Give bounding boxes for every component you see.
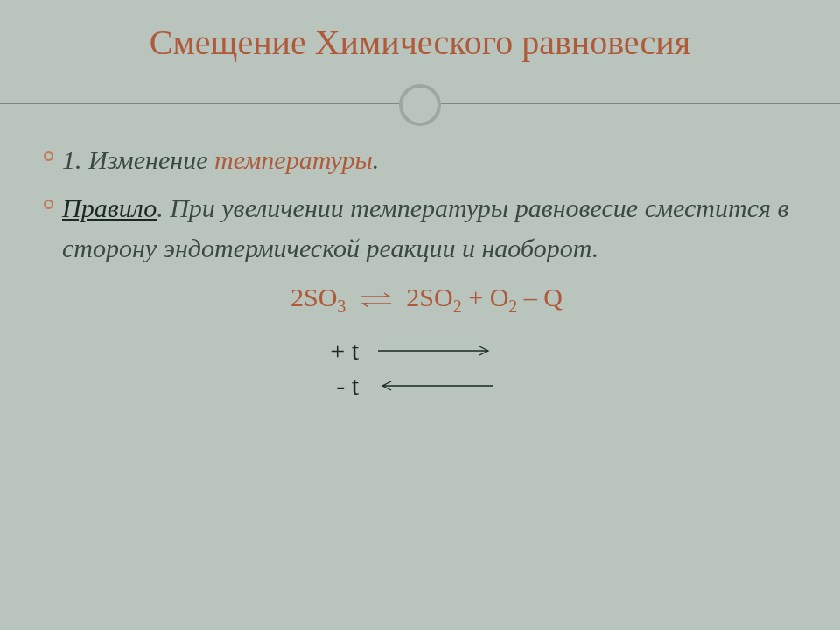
divider-circle-icon [399,84,441,126]
temp-increase-row: + t [306,336,809,366]
slide: Смещение Химического равновесия 1. Измен… [0,0,840,630]
bullet-icon [44,200,53,209]
eq-rhs1-sub: 2 [453,297,462,316]
temp-decrease-row: - t [306,371,809,401]
rule-label: Правило [62,193,157,222]
content-area: 1. Изменение температуры. Правило. При у… [0,131,840,401]
bullet-text-2: Правило. При увеличении температуры равн… [62,188,809,270]
temp-minus-label: - t [306,371,359,401]
arrow-left-icon [376,379,494,393]
eq-tail: – Q [517,283,563,312]
divider [0,79,840,131]
eq-rhs2: O [490,283,509,312]
chemical-equation: 2SO3 2SO2 + O2 – Q [44,283,809,317]
eq-lhs: 2SO [290,283,337,312]
text-suffix: . [373,145,380,174]
bullet-item-1: 1. Изменение температуры. [44,140,809,181]
text-accent: температуры [214,145,373,174]
eq-lhs-sub: 3 [337,297,346,316]
arrow-right-icon [376,344,494,358]
eq-plus: + [462,283,490,312]
eq-rhs2-sub: 2 [508,297,517,316]
slide-title: Смещение Химического равновесия [0,0,840,79]
bullet-text-1: 1. Изменение температуры. [62,140,379,181]
equilibrium-arrow-icon [360,290,393,310]
temperature-effects: + t - t [306,336,809,401]
text-prefix: 1. Изменение [62,145,214,174]
bullet-item-2: Правило. При увеличении температуры равн… [44,188,809,270]
bullet-icon [44,151,53,161]
rule-text: . При увеличении температуры равновесие … [62,193,788,263]
eq-rhs1: 2SO [406,283,452,312]
temp-plus-label: + t [306,336,359,366]
